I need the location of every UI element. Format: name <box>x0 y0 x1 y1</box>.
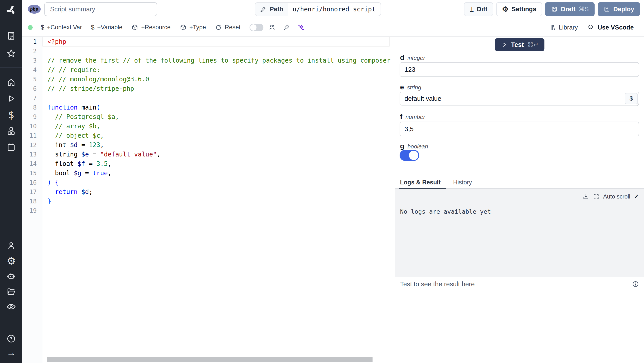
ai-sparkles-icon <box>297 23 305 31</box>
code-line: // remove the first // of the following … <box>48 56 395 65</box>
indent-guide <box>49 187 49 197</box>
path-value: u/henri/honored_script <box>288 3 380 16</box>
result-tabs: Logs & ResultHistory <box>395 179 644 189</box>
logs-toolbar: Auto scroll ✓ <box>582 193 639 200</box>
param-input-e[interactable] <box>400 92 639 105</box>
svg-text:?: ? <box>10 336 12 341</box>
code-line <box>48 46 395 56</box>
param-type: number <box>406 114 425 120</box>
sidebar-item-workers[interactable] <box>5 270 18 283</box>
editor-gutter: 12345678910111213141516171819 <box>22 37 42 363</box>
textarea-resize-handle[interactable] <box>636 103 639 106</box>
windmill-logo[interactable] <box>5 4 18 16</box>
logs-panel: Auto scroll ✓ No logs are available yet <box>395 189 644 277</box>
code-line: <?php <box>48 37 395 46</box>
code-editor[interactable]: 12345678910111213141516171819 <?php// re… <box>22 37 395 363</box>
sidebar-item-runs[interactable] <box>5 92 18 105</box>
ai-assistant-button[interactable] <box>297 23 305 31</box>
sidebar-item-settings[interactable]: ⚙ <box>5 255 18 267</box>
use-vscode-button[interactable]: Use VScode <box>587 24 634 31</box>
add-type-label: +Type <box>190 24 206 31</box>
param-label-f: fnumber <box>400 113 425 120</box>
tab-logs-result[interactable]: Logs & Result <box>400 179 441 188</box>
sidebar-item-folders[interactable] <box>5 285 18 298</box>
gutter-line-number: 17 <box>22 187 42 197</box>
expand-logs-icon[interactable] <box>593 193 600 200</box>
diff-button[interactable]: ± Diff <box>464 2 493 16</box>
param-name: f <box>400 113 402 121</box>
gutter-line-number: 7 <box>22 93 42 103</box>
deploy-label: Deploy <box>613 5 634 13</box>
code-line: // // monolog/monolog@3.6.0 <box>48 75 395 84</box>
sidebar-item-home[interactable] <box>5 76 18 89</box>
code-line: int $d = 123, <box>48 140 395 150</box>
add-variable-button[interactable]: $ +Variable <box>91 24 122 31</box>
reset-label: Reset <box>225 24 240 31</box>
add-resource-button[interactable]: +Resource <box>131 24 170 31</box>
sidebar-item-help[interactable]: ? <box>5 332 18 345</box>
gear-icon: ⚙ <box>502 5 508 13</box>
sidebar-collapse-button[interactable]: → <box>5 347 18 359</box>
sidebar-item-users[interactable] <box>5 239 18 252</box>
sidebar-item-favorites[interactable] <box>5 47 18 60</box>
connection-status-dot <box>28 25 33 30</box>
param-type: string <box>407 84 421 91</box>
gutter-line-number: 19 <box>22 206 42 215</box>
param-toggle-g[interactable] <box>400 150 419 161</box>
horizontal-scrollbar[interactable] <box>47 357 372 362</box>
script-summary-input[interactable] <box>44 2 157 16</box>
code-line: return $d; <box>48 187 395 197</box>
package-icon <box>180 24 187 31</box>
topbar-actions: ± Diff ⚙ Settings Draft ⌘S Deploy <box>464 2 640 16</box>
result-placeholder-row: Test to see the result here <box>400 280 639 288</box>
reset-button[interactable]: Reset <box>215 24 240 31</box>
gutter-line-number: 12 <box>22 140 42 150</box>
indent-guide <box>49 112 49 178</box>
cat-icon <box>587 24 594 31</box>
toggle-knob <box>250 24 256 31</box>
home-icon <box>6 77 16 87</box>
settings-button[interactable]: ⚙ Settings <box>496 2 542 16</box>
sidebar-item-variables[interactable]: $ <box>5 109 18 121</box>
test-button[interactable]: Test ⌘↵ <box>495 38 544 51</box>
tab-history[interactable]: History <box>453 179 472 188</box>
code-line: float $f = 3.5, <box>48 159 395 169</box>
add-context-var-button[interactable]: $ +Context Var <box>41 24 82 31</box>
diff-icon: ± <box>470 5 474 13</box>
arrow-right-icon: → <box>6 348 16 358</box>
download-logs-icon[interactable] <box>582 193 589 200</box>
collaboration-button[interactable] <box>268 24 276 31</box>
gutter-line-number: 8 <box>22 103 42 112</box>
deploy-button[interactable]: Deploy <box>598 2 640 16</box>
script-path-control[interactable]: Path u/henri/honored_script <box>255 2 381 16</box>
dollar-icon: $ <box>41 24 44 31</box>
sidebar-item-resources[interactable] <box>5 125 18 137</box>
draft-button[interactable]: Draft ⌘S <box>545 2 594 16</box>
library-label: Library <box>559 24 578 31</box>
info-icon[interactable] <box>632 281 639 288</box>
param-input-f[interactable] <box>400 122 639 136</box>
sidebar: $ ⚙ <box>0 0 22 363</box>
sidebar-item-audit-logs[interactable] <box>5 300 18 313</box>
gutter-line-number: 3 <box>22 56 42 65</box>
pencil-icon <box>260 6 266 12</box>
diff-mode-toggle[interactable] <box>250 24 264 31</box>
sidebar-item-schedules[interactable] <box>5 141 18 153</box>
save-icon <box>551 6 558 12</box>
calendar-icon <box>6 142 16 152</box>
gutter-line-number: 9 <box>22 112 42 122</box>
gutter-line-number: 15 <box>22 169 42 178</box>
param-input-d[interactable] <box>400 62 639 77</box>
code-line <box>48 93 395 103</box>
sidebar-item-workspace[interactable] <box>5 29 18 42</box>
insert-variable-button[interactable]: $ <box>625 93 638 104</box>
folder-icon <box>6 287 16 296</box>
library-button[interactable]: Library <box>548 24 578 31</box>
param-type: integer <box>408 54 425 61</box>
auto-scroll-check-icon[interactable]: ✓ <box>634 193 639 200</box>
add-type-button[interactable]: +Type <box>180 24 206 31</box>
auto-scroll-label: Auto scroll <box>603 193 630 200</box>
paintbrush-icon <box>283 24 290 31</box>
reset-icon <box>215 24 222 31</box>
format-code-button[interactable] <box>283 24 290 31</box>
